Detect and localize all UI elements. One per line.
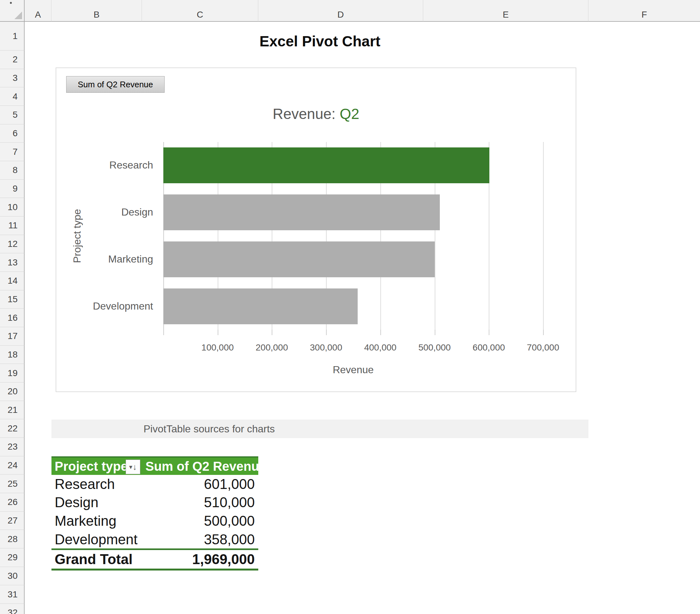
- pivot-row-value[interactable]: 601,000: [142, 476, 258, 492]
- spreadsheet: ABCDEF 123456789101112131415161718192021…: [0, 0, 700, 614]
- plot-area[interactable]: 100,000200,000300,000400,000500,000600,0…: [56, 68, 576, 391]
- axis-tick: [435, 330, 435, 335]
- row-header-8[interactable]: 8: [0, 161, 25, 180]
- x-tick-label: 100,000: [190, 343, 245, 353]
- pivot-row-label[interactable]: Research: [51, 476, 142, 492]
- row-header-24[interactable]: 24: [0, 456, 25, 475]
- y-axis-title: Project type: [72, 188, 83, 284]
- axis-tick: [218, 330, 218, 335]
- pivot-row-development[interactable]: Development358,000: [51, 530, 258, 549]
- stray-dot: [10, 2, 12, 4]
- bar-research[interactable]: [163, 147, 489, 183]
- pivot-header-row: Project type ▾ ↓ Sum of Q2 Revenue: [51, 456, 258, 475]
- axis-tick: [326, 330, 327, 335]
- x-tick-label: 300,000: [299, 343, 353, 353]
- pivot-row-label[interactable]: Marketing: [51, 513, 142, 529]
- row-header-10[interactable]: 10: [0, 198, 25, 217]
- row-header-11[interactable]: 11: [0, 217, 25, 235]
- column-headers: ABCDEF: [0, 0, 700, 22]
- bar-marketing[interactable]: [163, 242, 435, 277]
- pivot-row-value[interactable]: 358,000: [142, 531, 258, 548]
- pivot-grand-total-row[interactable]: Grand Total 1,969,000: [51, 549, 258, 570]
- x-tick-label: 700,000: [516, 343, 570, 353]
- row-header-20[interactable]: 20: [0, 382, 25, 401]
- axis-tick: [272, 330, 272, 335]
- pivot-row-value[interactable]: 500,000: [142, 513, 258, 529]
- row-header-26[interactable]: 26: [0, 493, 25, 512]
- sheet-title-cell[interactable]: Excel Pivot Chart: [51, 33, 588, 52]
- pivot-header-project-type[interactable]: Project type: [51, 459, 128, 474]
- row-header-25[interactable]: 25: [0, 475, 25, 493]
- row-header-31[interactable]: 31: [0, 585, 25, 604]
- axis-tick: [163, 330, 164, 335]
- dropdown-icon: ▾: [129, 464, 132, 470]
- pivot-row-value[interactable]: 510,000: [142, 494, 258, 511]
- x-tick-label: 400,000: [353, 343, 408, 353]
- column-header-F[interactable]: F: [588, 0, 700, 22]
- pivot-chart[interactable]: Sum of Q2 Revenue Revenue: Q2 100,000200…: [55, 67, 576, 392]
- row-header-22[interactable]: 22: [0, 419, 25, 438]
- pivot-header-sum-q2-revenue[interactable]: Sum of Q2 Revenue: [146, 459, 266, 474]
- row-header-28[interactable]: 28: [0, 530, 25, 549]
- pivot-row-design[interactable]: Design510,000: [51, 493, 258, 512]
- row-header-27[interactable]: 27: [0, 512, 25, 530]
- gridline-700000: [543, 142, 544, 330]
- grand-total-label[interactable]: Grand Total: [51, 551, 142, 567]
- row-header-5[interactable]: 5: [0, 106, 25, 124]
- column-header-A[interactable]: A: [25, 0, 51, 22]
- row-header-13[interactable]: 13: [0, 253, 25, 272]
- pivot-table: Project type ▾ ↓ Sum of Q2 Revenue Resea…: [51, 456, 258, 570]
- row-header-12[interactable]: 12: [0, 235, 25, 254]
- column-header-C[interactable]: C: [142, 0, 258, 22]
- sort-descending-button[interactable]: ▾ ↓: [126, 459, 140, 474]
- x-axis-title: Revenue: [163, 364, 543, 376]
- column-header-E[interactable]: E: [423, 0, 588, 22]
- row-header-3[interactable]: 3: [0, 69, 25, 88]
- row-header-14[interactable]: 14: [0, 272, 25, 290]
- pivot-row-label[interactable]: Development: [51, 531, 142, 548]
- select-all-triangle-icon: [14, 12, 22, 19]
- row-headers: 1234567891011121314151617181920212223242…: [0, 22, 25, 614]
- x-tick-label: 200,000: [245, 343, 299, 353]
- x-tick-label: 500,000: [408, 343, 462, 353]
- row-header-4[interactable]: 4: [0, 87, 25, 106]
- row-header-6[interactable]: 6: [0, 124, 25, 143]
- axis-tick: [489, 330, 489, 335]
- row-header-9[interactable]: 9: [0, 180, 25, 198]
- axis-tick: [380, 330, 381, 335]
- bar-development[interactable]: [163, 288, 358, 324]
- row-header-17[interactable]: 17: [0, 327, 25, 346]
- pivot-row-marketing[interactable]: Marketing500,000: [51, 512, 258, 530]
- pivot-row-research[interactable]: Research601,000: [51, 475, 258, 493]
- grand-total-value[interactable]: 1,969,000: [142, 551, 258, 567]
- row-header-7[interactable]: 7: [0, 143, 25, 161]
- row-header-18[interactable]: 18: [0, 346, 25, 364]
- sort-descending-icon: ↓: [133, 463, 137, 471]
- x-tick-label: 600,000: [462, 343, 516, 353]
- row-header-23[interactable]: 23: [0, 438, 25, 456]
- category-label-development: Development: [57, 300, 153, 312]
- row-header-2[interactable]: 2: [0, 50, 25, 69]
- select-all-corner[interactable]: [0, 0, 25, 22]
- pivot-sources-banner[interactable]: PivotTable sources for charts: [51, 420, 588, 438]
- pivot-row-label[interactable]: Design: [51, 494, 142, 511]
- column-header-B[interactable]: B: [51, 0, 142, 22]
- column-header-D[interactable]: D: [258, 0, 423, 22]
- row-header-15[interactable]: 15: [0, 290, 25, 309]
- row-header-19[interactable]: 19: [0, 364, 25, 382]
- row-header-29[interactable]: 29: [0, 549, 25, 567]
- row-header-1[interactable]: 1: [0, 22, 25, 50]
- row-header-32[interactable]: 32: [0, 604, 25, 614]
- row-header-21[interactable]: 21: [0, 401, 25, 420]
- row-header-16[interactable]: 16: [0, 309, 25, 327]
- category-label-research: Research: [57, 159, 153, 171]
- axis-tick: [543, 330, 544, 335]
- row-header-30[interactable]: 30: [0, 567, 25, 586]
- bar-design[interactable]: [163, 194, 440, 230]
